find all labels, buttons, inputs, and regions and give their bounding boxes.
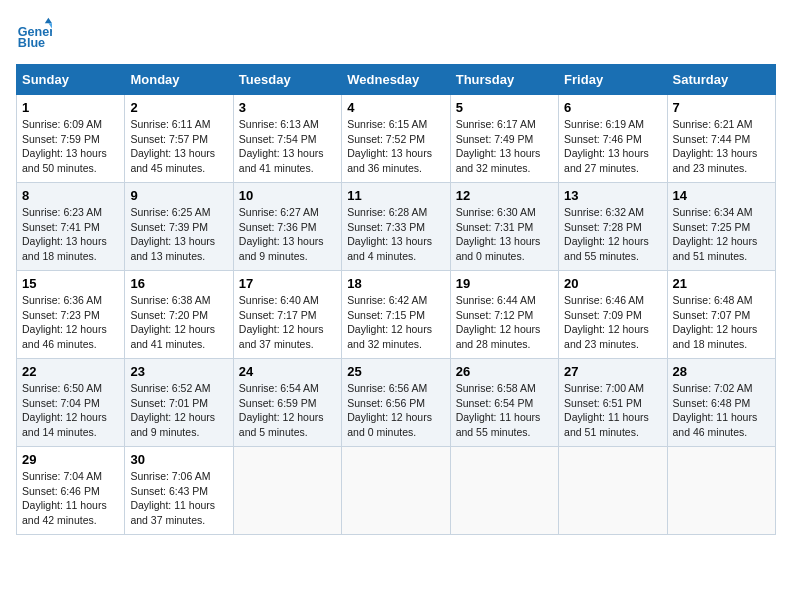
- cell-info: Sunrise: 6:32 AMSunset: 7:28 PMDaylight:…: [564, 206, 649, 262]
- cell-info: Sunrise: 6:40 AMSunset: 7:17 PMDaylight:…: [239, 294, 324, 350]
- calendar-cell: 26 Sunrise: 6:58 AMSunset: 6:54 PMDaylig…: [450, 359, 558, 447]
- cell-info: Sunrise: 6:21 AMSunset: 7:44 PMDaylight:…: [673, 118, 758, 174]
- weekday-header: Thursday: [450, 65, 558, 95]
- day-number: 29: [22, 452, 119, 467]
- day-number: 13: [564, 188, 661, 203]
- calendar-cell: 17 Sunrise: 6:40 AMSunset: 7:17 PMDaylig…: [233, 271, 341, 359]
- calendar-cell: [342, 447, 450, 535]
- day-number: 6: [564, 100, 661, 115]
- calendar-cell: 30 Sunrise: 7:06 AMSunset: 6:43 PMDaylig…: [125, 447, 233, 535]
- calendar-cell: [559, 447, 667, 535]
- calendar-cell: 11 Sunrise: 6:28 AMSunset: 7:33 PMDaylig…: [342, 183, 450, 271]
- weekday-header: Wednesday: [342, 65, 450, 95]
- cell-info: Sunrise: 6:54 AMSunset: 6:59 PMDaylight:…: [239, 382, 324, 438]
- calendar-cell: 1 Sunrise: 6:09 AMSunset: 7:59 PMDayligh…: [17, 95, 125, 183]
- calendar-cell: 18 Sunrise: 6:42 AMSunset: 7:15 PMDaylig…: [342, 271, 450, 359]
- day-number: 10: [239, 188, 336, 203]
- calendar-cell: 4 Sunrise: 6:15 AMSunset: 7:52 PMDayligh…: [342, 95, 450, 183]
- cell-info: Sunrise: 6:38 AMSunset: 7:20 PMDaylight:…: [130, 294, 215, 350]
- calendar-cell: 22 Sunrise: 6:50 AMSunset: 7:04 PMDaylig…: [17, 359, 125, 447]
- cell-info: Sunrise: 6:11 AMSunset: 7:57 PMDaylight:…: [130, 118, 215, 174]
- page-header: General Blue: [16, 16, 776, 52]
- day-number: 30: [130, 452, 227, 467]
- cell-info: Sunrise: 6:15 AMSunset: 7:52 PMDaylight:…: [347, 118, 432, 174]
- logo: General Blue: [16, 16, 52, 52]
- svg-text:Blue: Blue: [18, 36, 45, 50]
- cell-info: Sunrise: 6:58 AMSunset: 6:54 PMDaylight:…: [456, 382, 541, 438]
- day-number: 1: [22, 100, 119, 115]
- weekday-header: Saturday: [667, 65, 775, 95]
- day-number: 24: [239, 364, 336, 379]
- calendar-cell: 28 Sunrise: 7:02 AMSunset: 6:48 PMDaylig…: [667, 359, 775, 447]
- day-number: 14: [673, 188, 770, 203]
- calendar-cell: 6 Sunrise: 6:19 AMSunset: 7:46 PMDayligh…: [559, 95, 667, 183]
- day-number: 7: [673, 100, 770, 115]
- cell-info: Sunrise: 6:13 AMSunset: 7:54 PMDaylight:…: [239, 118, 324, 174]
- cell-info: Sunrise: 6:36 AMSunset: 7:23 PMDaylight:…: [22, 294, 107, 350]
- day-number: 15: [22, 276, 119, 291]
- calendar-cell: 14 Sunrise: 6:34 AMSunset: 7:25 PMDaylig…: [667, 183, 775, 271]
- day-number: 25: [347, 364, 444, 379]
- day-number: 3: [239, 100, 336, 115]
- calendar-cell: [233, 447, 341, 535]
- day-number: 16: [130, 276, 227, 291]
- cell-info: Sunrise: 7:02 AMSunset: 6:48 PMDaylight:…: [673, 382, 758, 438]
- cell-info: Sunrise: 7:04 AMSunset: 6:46 PMDaylight:…: [22, 470, 107, 526]
- cell-info: Sunrise: 7:06 AMSunset: 6:43 PMDaylight:…: [130, 470, 215, 526]
- calendar-cell: 20 Sunrise: 6:46 AMSunset: 7:09 PMDaylig…: [559, 271, 667, 359]
- cell-info: Sunrise: 6:52 AMSunset: 7:01 PMDaylight:…: [130, 382, 215, 438]
- cell-info: Sunrise: 6:34 AMSunset: 7:25 PMDaylight:…: [673, 206, 758, 262]
- cell-info: Sunrise: 6:27 AMSunset: 7:36 PMDaylight:…: [239, 206, 324, 262]
- calendar-week-row: 29 Sunrise: 7:04 AMSunset: 6:46 PMDaylig…: [17, 447, 776, 535]
- calendar-cell: 29 Sunrise: 7:04 AMSunset: 6:46 PMDaylig…: [17, 447, 125, 535]
- cell-info: Sunrise: 6:25 AMSunset: 7:39 PMDaylight:…: [130, 206, 215, 262]
- weekday-header: Sunday: [17, 65, 125, 95]
- day-number: 27: [564, 364, 661, 379]
- cell-info: Sunrise: 6:30 AMSunset: 7:31 PMDaylight:…: [456, 206, 541, 262]
- calendar-cell: 24 Sunrise: 6:54 AMSunset: 6:59 PMDaylig…: [233, 359, 341, 447]
- calendar-week-row: 1 Sunrise: 6:09 AMSunset: 7:59 PMDayligh…: [17, 95, 776, 183]
- day-number: 8: [22, 188, 119, 203]
- calendar-cell: 19 Sunrise: 6:44 AMSunset: 7:12 PMDaylig…: [450, 271, 558, 359]
- day-number: 26: [456, 364, 553, 379]
- calendar-cell: 12 Sunrise: 6:30 AMSunset: 7:31 PMDaylig…: [450, 183, 558, 271]
- cell-info: Sunrise: 6:09 AMSunset: 7:59 PMDaylight:…: [22, 118, 107, 174]
- calendar-cell: 27 Sunrise: 7:00 AMSunset: 6:51 PMDaylig…: [559, 359, 667, 447]
- calendar-cell: 5 Sunrise: 6:17 AMSunset: 7:49 PMDayligh…: [450, 95, 558, 183]
- day-number: 5: [456, 100, 553, 115]
- day-number: 28: [673, 364, 770, 379]
- cell-info: Sunrise: 6:44 AMSunset: 7:12 PMDaylight:…: [456, 294, 541, 350]
- day-number: 19: [456, 276, 553, 291]
- cell-info: Sunrise: 6:17 AMSunset: 7:49 PMDaylight:…: [456, 118, 541, 174]
- day-number: 4: [347, 100, 444, 115]
- calendar-week-row: 15 Sunrise: 6:36 AMSunset: 7:23 PMDaylig…: [17, 271, 776, 359]
- day-number: 11: [347, 188, 444, 203]
- day-number: 9: [130, 188, 227, 203]
- weekday-header: Monday: [125, 65, 233, 95]
- calendar-cell: 3 Sunrise: 6:13 AMSunset: 7:54 PMDayligh…: [233, 95, 341, 183]
- day-number: 17: [239, 276, 336, 291]
- day-number: 23: [130, 364, 227, 379]
- cell-info: Sunrise: 6:50 AMSunset: 7:04 PMDaylight:…: [22, 382, 107, 438]
- calendar-cell: 23 Sunrise: 6:52 AMSunset: 7:01 PMDaylig…: [125, 359, 233, 447]
- calendar-cell: 9 Sunrise: 6:25 AMSunset: 7:39 PMDayligh…: [125, 183, 233, 271]
- calendar-table: SundayMondayTuesdayWednesdayThursdayFrid…: [16, 64, 776, 535]
- calendar-cell: 10 Sunrise: 6:27 AMSunset: 7:36 PMDaylig…: [233, 183, 341, 271]
- calendar-week-row: 22 Sunrise: 6:50 AMSunset: 7:04 PMDaylig…: [17, 359, 776, 447]
- calendar-cell: 21 Sunrise: 6:48 AMSunset: 7:07 PMDaylig…: [667, 271, 775, 359]
- day-number: 18: [347, 276, 444, 291]
- cell-info: Sunrise: 6:48 AMSunset: 7:07 PMDaylight:…: [673, 294, 758, 350]
- calendar-cell: 25 Sunrise: 6:56 AMSunset: 6:56 PMDaylig…: [342, 359, 450, 447]
- calendar-header-row: SundayMondayTuesdayWednesdayThursdayFrid…: [17, 65, 776, 95]
- cell-info: Sunrise: 6:19 AMSunset: 7:46 PMDaylight:…: [564, 118, 649, 174]
- calendar-cell: 7 Sunrise: 6:21 AMSunset: 7:44 PMDayligh…: [667, 95, 775, 183]
- cell-info: Sunrise: 6:28 AMSunset: 7:33 PMDaylight:…: [347, 206, 432, 262]
- weekday-header: Friday: [559, 65, 667, 95]
- calendar-week-row: 8 Sunrise: 6:23 AMSunset: 7:41 PMDayligh…: [17, 183, 776, 271]
- cell-info: Sunrise: 6:46 AMSunset: 7:09 PMDaylight:…: [564, 294, 649, 350]
- calendar-cell: [450, 447, 558, 535]
- day-number: 20: [564, 276, 661, 291]
- weekday-header: Tuesday: [233, 65, 341, 95]
- cell-info: Sunrise: 6:42 AMSunset: 7:15 PMDaylight:…: [347, 294, 432, 350]
- logo-icon: General Blue: [16, 16, 52, 52]
